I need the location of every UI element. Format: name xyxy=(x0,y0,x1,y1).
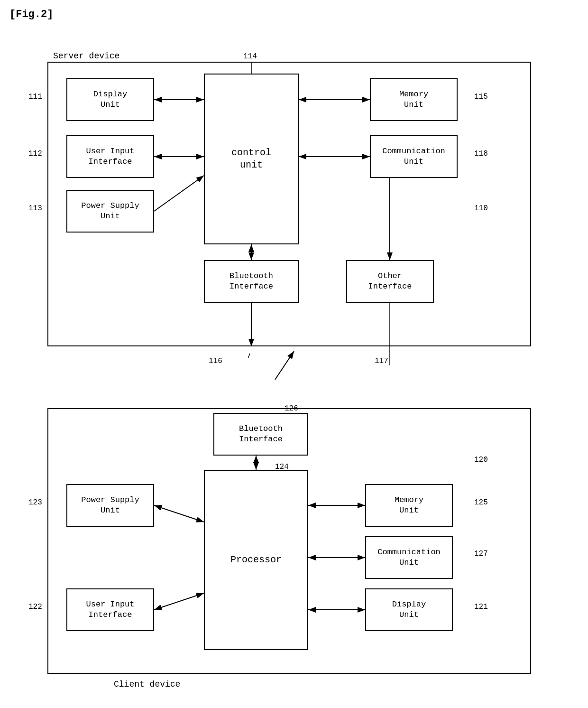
ref-114: 114 xyxy=(243,52,257,61)
ref-126: 126 xyxy=(285,404,298,413)
power-supply-top-label: Power Supply Unit xyxy=(81,201,139,222)
user-input-top-box: User Input Interface xyxy=(66,135,154,178)
ref-118: 118 xyxy=(474,149,488,158)
fig-label: [Fig.2] xyxy=(9,9,53,20)
control-unit-box: control unit xyxy=(204,74,299,244)
memory-unit-top-box: Memory Unit xyxy=(370,78,458,121)
svg-line-14 xyxy=(248,354,250,358)
user-input-bottom-label: User Input Interface xyxy=(86,599,134,620)
display-unit-bottom-label: Display Unit xyxy=(392,599,426,620)
memory-unit-bottom-box: Memory Unit xyxy=(365,484,453,527)
bluetooth-bottom-label: Bluetooth Interface xyxy=(239,424,283,445)
communication-unit-bottom-box: Communication Unit xyxy=(365,536,453,579)
other-interface-box: Other Interface xyxy=(346,260,434,303)
display-unit-top-label: Display Unit xyxy=(93,89,127,110)
power-supply-bottom-label: Power Supply Unit xyxy=(81,495,139,516)
ref-124: 124 xyxy=(275,463,289,471)
user-input-bottom-box: User Input Interface xyxy=(66,588,154,631)
server-label: Server device xyxy=(53,51,119,61)
other-interface-label: Other Interface xyxy=(368,271,412,292)
user-input-top-label: User Input Interface xyxy=(86,146,134,167)
power-supply-bottom-box: Power Supply Unit xyxy=(66,484,154,527)
ref-111: 111 xyxy=(28,93,42,101)
ref-116: 116 xyxy=(209,357,222,365)
ref-127: 127 xyxy=(474,550,488,558)
ref-125: 125 xyxy=(474,498,488,507)
communication-unit-top-box: Communication Unit xyxy=(370,135,458,178)
bluetooth-bottom-box: Bluetooth Interface xyxy=(213,413,308,456)
ref-113: 113 xyxy=(28,204,42,213)
processor-label: Processor xyxy=(230,554,282,566)
svg-line-13 xyxy=(275,351,294,380)
client-label: Client device xyxy=(114,680,180,689)
ref-117: 117 xyxy=(375,357,388,365)
communication-unit-bottom-label: Communication Unit xyxy=(377,547,441,568)
communication-unit-top-label: Communication Unit xyxy=(382,146,445,167)
memory-unit-bottom-label: Memory Unit xyxy=(395,495,423,516)
processor-box: Processor xyxy=(204,470,308,650)
display-unit-top-box: Display Unit xyxy=(66,78,154,121)
ref-121: 121 xyxy=(474,603,488,611)
control-unit-label: control unit xyxy=(231,147,271,171)
ref-123: 123 xyxy=(28,498,42,507)
memory-unit-top-label: Memory Unit xyxy=(399,89,428,110)
display-unit-bottom-box: Display Unit xyxy=(365,588,453,631)
ref-115: 115 xyxy=(474,93,488,101)
ref-110: 110 xyxy=(474,204,488,213)
ref-122: 122 xyxy=(28,603,42,611)
bluetooth-top-box: Bluetooth Interface xyxy=(204,260,299,303)
ref-112: 112 xyxy=(28,149,42,158)
bluetooth-top-label: Bluetooth Interface xyxy=(230,271,273,292)
ref-120: 120 xyxy=(474,456,488,464)
power-supply-top-box: Power Supply Unit xyxy=(66,190,154,233)
